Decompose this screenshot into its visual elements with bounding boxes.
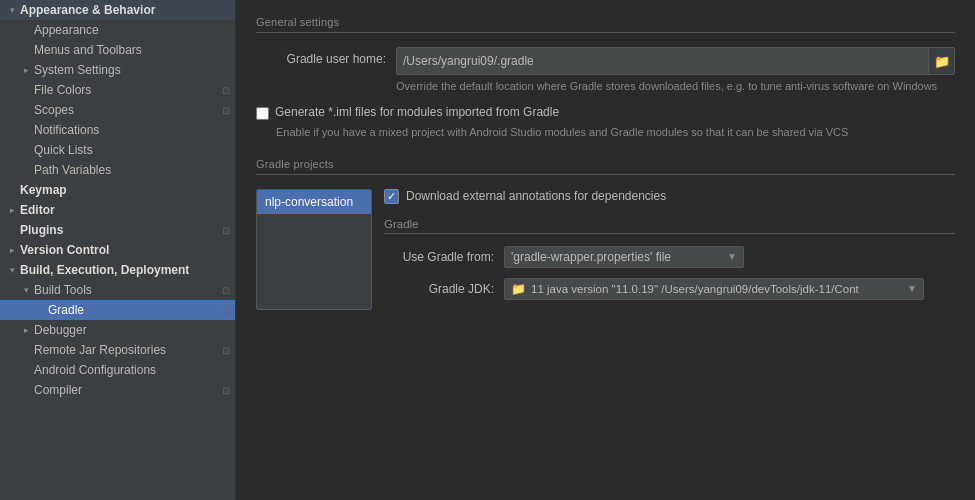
project-settings-panel: ✓ Download external annotations for depe… [384,189,955,310]
tree-arrow-icon: ▸ [6,205,18,215]
use-gradle-from-label: Use Gradle from: [384,250,504,264]
sidebar-item-label: Compiler [32,383,217,397]
sidebar-item-label: Notifications [32,123,235,137]
sidebar-item-label: Quick Lists [32,143,235,157]
sidebar-item-label: Remote Jar Repositories [32,343,217,357]
sidebar-item-keymap[interactable]: Keymap [0,180,235,200]
sidebar-item-label: Debugger [32,323,235,337]
sidebar-item-label: Menus and Toolbars [32,43,235,57]
sidebar-item-label: Appearance [32,23,235,37]
use-gradle-from-value: 'gradle-wrapper.properties' file [511,250,723,264]
tree-arrow-icon: ▸ [6,245,18,255]
gradle-project-item[interactable]: nlp-conversation [257,190,371,214]
sidebar-item-scopes[interactable]: Scopes⊡ [0,100,235,120]
gradle-user-home-input-wrapper: 📁 [396,47,955,75]
gradle-projects-area: nlp-conversation ✓ Download external ann… [256,189,955,310]
sidebar-item-label: File Colors [32,83,217,97]
sidebar-item-quick-lists[interactable]: Quick Lists [0,140,235,160]
sidebar-item-right-icon: ⊡ [217,305,235,316]
gradle-jdk-select[interactable]: 📁 11 java version "11.0.19" /Users/yangr… [504,278,924,300]
gradle-user-home-browse-button[interactable]: 📁 [928,48,954,74]
jdk-chevron-down-icon: ▼ [907,283,917,294]
sidebar-item-editor[interactable]: ▸Editor [0,200,235,220]
sidebar-item-plugins[interactable]: Plugins⊡ [0,220,235,240]
sidebar-item-right-icon: ⊡ [217,225,235,236]
gradle-user-home-hint: Override the default location where Grad… [396,78,955,95]
sidebar-item-remote-jar[interactable]: Remote Jar Repositories⊡ [0,340,235,360]
sidebar-item-label: System Settings [32,63,235,77]
gradle-subsection-label: Gradle [384,218,955,234]
tree-arrow-icon: ▾ [6,265,18,275]
sidebar-item-right-icon: ⊡ [217,345,235,356]
sidebar-item-right-icon: ⊡ [217,105,235,116]
sidebar-item-right-icon: ⊡ [217,85,235,96]
chevron-down-icon: ▼ [727,251,737,262]
gradle-projects-list: nlp-conversation [256,189,372,310]
sidebar-item-label: Appearance & Behavior [18,3,235,17]
gradle-user-home-control: 📁 Override the default location where Gr… [396,47,955,95]
download-annotations-row: ✓ Download external annotations for depe… [384,189,955,204]
jdk-icon: 📁 [511,282,526,296]
gradle-projects-section: Gradle projects [256,158,955,175]
sidebar-item-appearance[interactable]: Appearance [0,20,235,40]
gradle-user-home-input[interactable] [397,50,928,72]
sidebar-item-notifications[interactable]: Notifications [0,120,235,140]
sidebar-item-label: Scopes [32,103,217,117]
tree-arrow-icon: ▸ [20,325,32,335]
tree-arrow-icon: ▾ [20,285,32,295]
gradle-jdk-value: 11 java version "11.0.19" /Users/yangrui… [531,283,903,295]
sidebar-item-menus-toolbars[interactable]: Menus and Toolbars [0,40,235,60]
generate-iml-hint: Enable if you have a mixed project with … [276,126,955,138]
sidebar-item-appearance-behavior[interactable]: ▾Appearance & Behavior [0,0,235,20]
sidebar-item-android-configs[interactable]: Android Configurations [0,360,235,380]
generate-iml-row: Generate *.iml files for modules importe… [256,105,955,120]
use-gradle-from-select[interactable]: 'gradle-wrapper.properties' file ▼ [504,246,744,268]
sidebar-item-version-control[interactable]: ▸Version Control [0,240,235,260]
sidebar-item-build-exec-deploy[interactable]: ▾Build, Execution, Deployment [0,260,235,280]
download-annotations-checkbox[interactable]: ✓ [384,189,399,204]
sidebar-item-right-icon: ⊡ [217,285,235,296]
tree-arrow-icon: ▾ [6,5,18,15]
sidebar-item-compiler[interactable]: Compiler⊡ [0,380,235,400]
download-annotations-label: Download external annotations for depend… [406,189,666,203]
sidebar-item-label: Gradle [46,303,217,317]
sidebar-item-gradle[interactable]: Gradle⊡ [0,300,235,320]
use-gradle-from-row: Use Gradle from: 'gradle-wrapper.propert… [384,246,955,268]
tree-arrow-icon: ▸ [20,65,32,75]
generate-iml-label[interactable]: Generate *.iml files for modules importe… [275,105,559,119]
sidebar-item-build-tools[interactable]: ▾Build Tools⊡ [0,280,235,300]
sidebar-item-label: Plugins [18,223,217,237]
sidebar-item-label: Version Control [18,243,235,257]
gradle-user-home-label: Gradle user home: [256,47,396,68]
sidebar-item-debugger[interactable]: ▸Debugger [0,320,235,340]
checkmark-icon: ✓ [387,190,396,203]
sidebar-item-file-colors[interactable]: File Colors⊡ [0,80,235,100]
sidebar-item-label: Build Tools [32,283,217,297]
general-settings-section: General settings [256,16,955,33]
gradle-jdk-label: Gradle JDK: [384,282,504,296]
sidebar-item-label: Editor [18,203,235,217]
sidebar-item-label: Keymap [18,183,235,197]
sidebar-item-path-variables[interactable]: Path Variables [0,160,235,180]
sidebar-item-label: Android Configurations [32,363,235,377]
gradle-jdk-row: Gradle JDK: 📁 11 java version "11.0.19" … [384,278,955,300]
generate-iml-checkbox[interactable] [256,107,269,120]
sidebar-item-system-settings[interactable]: ▸System Settings [0,60,235,80]
sidebar-item-label: Build, Execution, Deployment [18,263,235,277]
sidebar-item-label: Path Variables [32,163,235,177]
sidebar-item-right-icon: ⊡ [217,385,235,396]
